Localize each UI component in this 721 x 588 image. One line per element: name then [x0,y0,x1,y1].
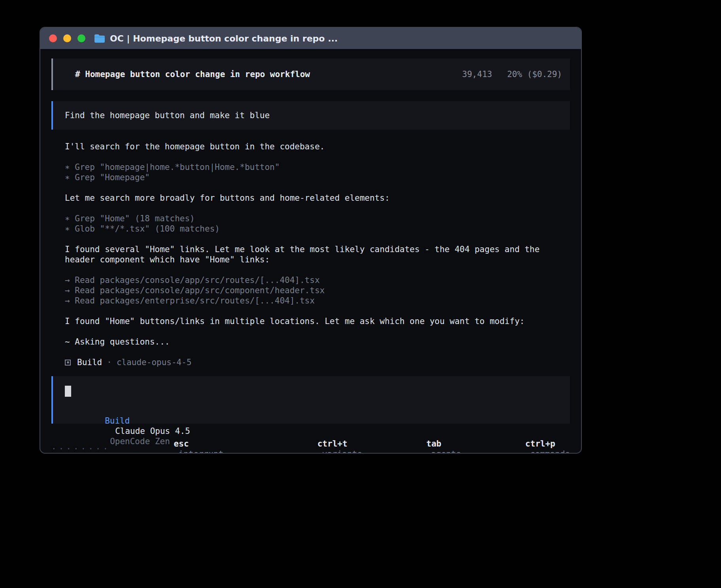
agent-status-line: Build · claude-opus-4-5 [65,357,570,368]
status-bar-left: ········ esc interrupt [51,428,223,454]
label-interrupt: interrupt [179,449,224,454]
window-title: OC | Homepage button color change in rep… [110,34,338,43]
assistant-text: I found "Home" buttons/links in multiple… [65,316,570,326]
titlebar[interactable]: OC | Homepage button color change in rep… [40,28,581,49]
token-count: 39,413 [462,69,492,79]
tool-call-read: → Read packages/console/app/src/routes/[… [65,275,570,285]
keybind-variants: ctrl+t variants [268,428,362,454]
session-header: # Homepage button color change in repo w… [51,58,570,90]
agent-icon [65,360,71,366]
session-stats: 39,413 20% ($0.29) [462,69,562,79]
session-title: # Homepage button color change in repo w… [75,69,310,79]
text-cursor [65,386,71,397]
user-message: Find the homepage button and make it blu… [51,101,570,130]
tool-call-glob: ∗ Glob "**/*.tsx" (100 matches) [65,224,570,234]
agent-model: claude-opus-4-5 [117,357,192,368]
progress-dots: ········ [51,444,110,454]
tool-call-group: ∗ Grep "homepage|home.*button|Home.*butt… [65,162,570,183]
close-button[interactable] [49,34,57,42]
assistant-text: I found several "Home" links. Let me loo… [65,244,570,265]
label-variants: variants [322,449,362,454]
folder-icon [94,34,105,43]
agent-mode-badge[interactable]: Build [105,416,130,426]
terminal-window: OC | Homepage button color change in rep… [40,27,582,454]
key-ctrl-t: ctrl+t [317,439,347,449]
tool-call-group: → Read packages/console/app/src/routes/[… [65,275,570,306]
context-usage: 20% ($0.29) [507,69,562,79]
minimize-button[interactable] [63,34,71,42]
status-bar: ········ esc interrupt ctrl+t variants t… [51,428,570,454]
prompt-input[interactable]: Build Claude Opus 4.5 OpenCode Zen [51,376,570,424]
key-esc: esc [174,439,189,449]
assistant-text: Let me search more broadly for buttons a… [65,193,570,203]
label-commands: commands [530,449,570,454]
keybind-agents: tab agents [376,428,461,454]
status-text: ~ Asking questions... [65,337,570,347]
label-agents: agents [431,449,461,454]
tool-call-grep: ∗ Grep "Home" (18 matches) [65,213,570,224]
key-ctrl-p: ctrl+p [525,439,555,449]
keybind-commands: ctrl+p commands [475,428,570,454]
terminal-content: # Homepage button color change in repo w… [40,49,581,454]
tool-call-read: → Read packages/console/app/src/componen… [65,285,570,296]
keybind-interrupt: esc interrupt [124,428,223,454]
tool-call-read: → Read packages/enterprise/src/routes/[.… [65,296,570,306]
window-controls [49,34,85,42]
zoom-button[interactable] [77,34,85,42]
conversation: I'll search for the homepage button in t… [65,141,570,376]
user-message-text: Find the homepage button and make it blu… [65,110,270,121]
tool-call-grep: ∗ Grep "homepage|home.*button|Home.*butt… [65,162,570,172]
tool-call-group: ∗ Grep "Home" (18 matches) ∗ Glob "**/*.… [65,213,570,234]
assistant-text: I'll search for the homepage button in t… [65,141,570,152]
agent-separator: · [107,357,112,368]
tool-call-grep: ∗ Grep "Homepage" [65,172,570,183]
status-bar-right: ctrl+t variants tab agents ctrl+p comman… [253,428,570,454]
agent-name: Build [77,357,102,368]
key-tab: tab [427,439,442,449]
